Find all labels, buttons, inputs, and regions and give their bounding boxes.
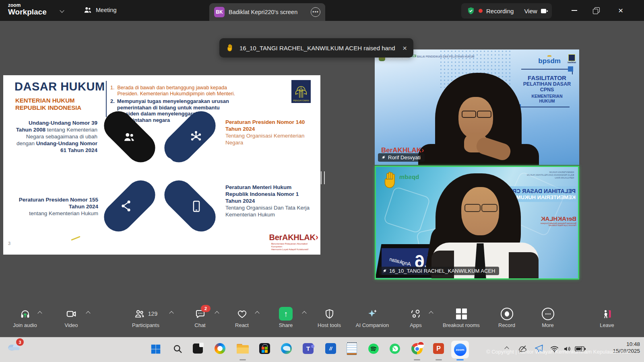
- participant-name: 16_10_TANGI RACHEL_KANWILKUM ACEH: [389, 268, 495, 274]
- task-view-icon: [193, 343, 203, 354]
- pencil-mark: [71, 236, 80, 241]
- teams-icon: T: [303, 343, 314, 354]
- participants-icon: [134, 309, 145, 319]
- search-button[interactable]: [172, 343, 183, 354]
- more-button[interactable]: More: [520, 307, 576, 328]
- participant-name-tag: 16_10_TANGI RACHEL_KANWILKUM ACEH: [379, 267, 499, 275]
- raised-hand-icon: [381, 170, 401, 190]
- toast-message: 16_10_TANGI RACHEL_KANWILKUM ACEH raised…: [239, 45, 398, 51]
- brand-workplace: Workplace: [8, 8, 47, 16]
- start-button[interactable]: [150, 343, 162, 355]
- weather-widget[interactable]: 3: [6, 341, 22, 351]
- panel-resize-handle[interactable]: [321, 171, 325, 186]
- video-camera-icon: [66, 309, 77, 319]
- shield-icon: [324, 309, 335, 319]
- zoom-workplace-logo: zoom Workplace: [8, 3, 47, 16]
- mirrored-bpsdm-logo: bpsdm: [399, 173, 419, 180]
- view-button[interactable]: View: [524, 8, 537, 14]
- chrome-button[interactable]: [411, 343, 423, 354]
- running-indicator-powerpoint: [436, 359, 442, 360]
- chat-unread-badge: 2: [201, 305, 211, 312]
- windows-logo-icon: [150, 343, 162, 355]
- divider-line: [106, 81, 107, 117]
- powerpoint-icon: P: [433, 343, 444, 354]
- people-icon: [122, 130, 136, 144]
- video-button[interactable]: Video: [43, 307, 99, 328]
- ms-store-icon: [259, 343, 270, 354]
- share-screen-icon: ↑: [279, 307, 293, 321]
- task-view-button[interactable]: [193, 343, 203, 354]
- more-ellipsis-icon: [542, 308, 554, 320]
- slide-title: DASAR HUKUM: [14, 80, 105, 93]
- notepad-button[interactable]: [347, 343, 357, 355]
- shared-screen-avatar: BK: [214, 7, 225, 17]
- windows-taskbar: 3: [0, 337, 644, 362]
- apps-options-chevron[interactable]: [429, 311, 433, 315]
- zoom-app-icon: zoom: [454, 343, 466, 356]
- view-layout-icon[interactable]: [541, 9, 546, 13]
- file-explorer-button[interactable]: [237, 344, 249, 354]
- toast-close-icon[interactable]: ×: [402, 44, 407, 52]
- raised-hand-icon: [226, 43, 235, 52]
- x-center-circle: [146, 156, 177, 186]
- running-indicator-chrome: [414, 359, 420, 360]
- running-indicator-zoom-active: [456, 359, 464, 360]
- meeting-people-icon: [83, 6, 92, 14]
- tab-more-icon[interactable]: •••: [311, 7, 320, 17]
- minimize-button[interactable]: [572, 10, 577, 11]
- perpres155-block: Peraturan Presiden Nomor 155 Tahun 2024 …: [11, 196, 98, 217]
- meeting-status-pill: Recording View: [461, 3, 552, 19]
- heart-icon: [237, 309, 248, 319]
- slide-subtitle: KENTERIAN HUKUM REPUBLIK INDONESIA: [15, 97, 81, 111]
- zoom-app-button[interactable]: zoom: [451, 341, 469, 358]
- badiklat-logo: badiklat: [568, 54, 576, 64]
- participants-count: 129: [148, 311, 157, 317]
- geo-shape: [383, 186, 431, 234]
- svg-text:PENGAYOMAN: PENGAYOMAN: [293, 99, 309, 102]
- tab-shared-screen[interactable]: BK Badiklat Kepri220's screen •••: [209, 3, 325, 21]
- mirrored-berakhlak: BerAKHLAK Berorientasi Pelayanan Akuntab…: [540, 215, 576, 226]
- spotify-icon: [368, 343, 379, 354]
- headphones-icon: [20, 309, 31, 319]
- leave-button[interactable]: Leave: [579, 307, 635, 328]
- video-tile-rachel[interactable]: bpsdm KEMENTERIAN HUKUM BALAI PENDIDIKAN…: [375, 166, 579, 280]
- folder-icon: [237, 344, 249, 354]
- ms-store-button[interactable]: [259, 343, 270, 354]
- participants-button[interactable]: 129 Participants: [118, 307, 174, 328]
- breakout-grid-icon: [456, 309, 467, 319]
- chrome-icon: [411, 343, 423, 354]
- m-app-button[interactable]: //: [325, 343, 336, 354]
- close-button[interactable]: ×: [618, 6, 623, 15]
- clock-time: 10:48: [613, 341, 640, 348]
- zoom-active-plate: zoom: [451, 341, 469, 358]
- whatsapp-button[interactable]: [389, 343, 400, 354]
- video-tile-rorif[interactable]: KEMENTERIAN HUKUM KEPULAUAN RIAU BALAI P…: [375, 49, 579, 165]
- powerpoint-button[interactable]: P: [433, 343, 444, 354]
- edge-icon: [281, 343, 292, 354]
- shared-slide: DASAR HUKUM KENTERIAN HUKUM REPUBLIK IND…: [3, 75, 320, 255]
- pin-icon: [382, 269, 387, 274]
- fasilitator-banner: FASILITATOR PELATIHAN DASAR CPNS KEMENTE…: [516, 69, 578, 107]
- title-bar: zoom Workplace Meeting BK Badiklat Kepri…: [0, 0, 644, 21]
- raised-hand-toast: 16_10_TANGI RACHEL_KANWILKUM ACEH raised…: [219, 38, 413, 58]
- record-icon: [501, 308, 513, 320]
- edge-button[interactable]: [281, 343, 292, 354]
- whatsapp-icon: [389, 343, 400, 354]
- tab-meeting[interactable]: Meeting: [83, 6, 117, 14]
- restore-button[interactable]: [593, 9, 598, 14]
- uu-text-block: Undang-Undang Nomor 39 Tahun 2008 tentan…: [12, 119, 97, 154]
- copilot-button[interactable]: [215, 343, 225, 354]
- pengayoman-logo: PENGAYOMAN: [291, 80, 311, 103]
- recording-dot-icon: [479, 9, 483, 13]
- teams-button[interactable]: T: [303, 343, 314, 354]
- audio-options-chevron[interactable]: [37, 311, 42, 315]
- m-app-icon: //: [325, 343, 336, 354]
- slide-page-number: 3: [8, 241, 10, 246]
- copyright-watermark: © Copyright | Kantor Wilayah Kemenkumham…: [486, 349, 643, 355]
- security-shield-icon[interactable]: [467, 6, 475, 15]
- spotify-button[interactable]: [368, 343, 379, 354]
- workspace-chevron-down-icon[interactable]: [60, 8, 64, 12]
- video-options-chevron[interactable]: [86, 311, 90, 315]
- running-indicator-explorer: [239, 359, 246, 360]
- sparkle-icon: [367, 308, 378, 319]
